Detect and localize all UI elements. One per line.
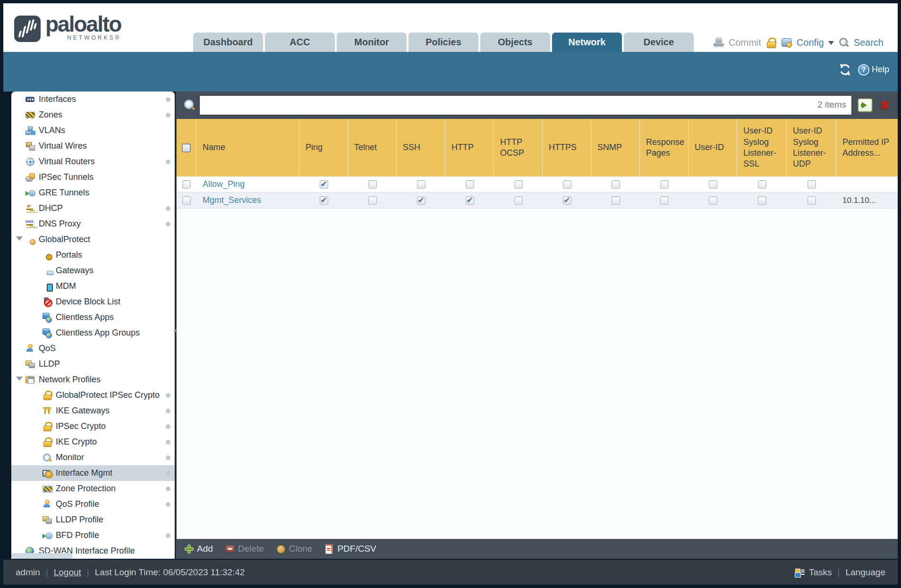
expander-icon[interactable] bbox=[16, 377, 23, 381]
user-id-checkbox[interactable] bbox=[709, 196, 717, 205]
sidebar-item-ike-gateways[interactable]: IKE Gateways bbox=[11, 403, 175, 419]
sidebar-item-qos-profile[interactable]: QoS Profile bbox=[11, 496, 175, 512]
sidebar-scrollbar[interactable] bbox=[11, 553, 73, 559]
language-button[interactable]: Language bbox=[845, 567, 885, 578]
sidebar-collapse-handle[interactable]: ◂ bbox=[172, 325, 178, 335]
sidebar-item-gre-tunnels[interactable]: GRE Tunnels bbox=[11, 185, 175, 201]
select-all-checkbox[interactable] bbox=[182, 143, 191, 152]
user-id-syslog-listener-udp-checkbox[interactable] bbox=[808, 196, 816, 205]
tab-network[interactable]: Network bbox=[552, 33, 622, 52]
response-pages-checkbox[interactable] bbox=[660, 196, 669, 205]
sidebar-item-vlans[interactable]: VLANs bbox=[11, 123, 175, 138]
refresh-icon[interactable] bbox=[839, 63, 851, 76]
sidebar-item-virtual-wires[interactable]: Virtual Wires bbox=[11, 138, 175, 154]
sidebar-item-clientless-apps[interactable]: Clientless Apps bbox=[11, 310, 175, 325]
sidebar-item-dns-proxy[interactable]: DNS Proxy bbox=[11, 216, 175, 232]
profile-name-link[interactable]: Mgmt_Services bbox=[203, 195, 261, 205]
sidebar-item-ipsec-tunnels[interactable]: IPSec Tunnels bbox=[11, 169, 175, 185]
sidebar-item-interfaces[interactable]: Interfaces bbox=[11, 92, 175, 107]
commit-icon bbox=[713, 37, 724, 48]
tasks-button[interactable]: Tasks bbox=[809, 567, 832, 578]
sidebar-item-clientless-app-groups[interactable]: Clientless App Groups bbox=[11, 325, 175, 341]
sidebar-item-ike-crypto[interactable]: IKE Crypto bbox=[11, 434, 175, 450]
sidebar-item-label: GRE Tunnels bbox=[39, 188, 89, 198]
logged-in-user: admin bbox=[16, 567, 40, 578]
sidebar-item-zones[interactable]: Zones bbox=[11, 107, 175, 123]
ifmgmt-icon bbox=[42, 469, 52, 478]
add-button[interactable]: Add bbox=[184, 544, 213, 554]
tab-objects[interactable]: Objects bbox=[480, 33, 550, 52]
commit-button[interactable]: Commit bbox=[729, 37, 761, 48]
pdf-csv-button[interactable]: PDF/CSV bbox=[324, 544, 376, 554]
http-checkbox[interactable] bbox=[466, 196, 474, 205]
sidebar-item-label: QoS bbox=[39, 344, 56, 353]
ping-checkbox[interactable] bbox=[320, 180, 328, 189]
tab-acc[interactable]: ACC bbox=[265, 33, 335, 52]
status-dot bbox=[166, 206, 170, 211]
https-checkbox[interactable] bbox=[563, 196, 571, 205]
sidebar-item-label: Zone Protection bbox=[56, 484, 116, 494]
tab-monitor[interactable]: Monitor bbox=[337, 33, 407, 52]
sidebar-item-qos[interactable]: QoS bbox=[11, 341, 175, 356]
chevron-down-icon[interactable] bbox=[828, 40, 834, 45]
sidebar-item-label: IPSec Crypto bbox=[56, 421, 106, 431]
logout-link[interactable]: Logout bbox=[54, 567, 81, 578]
ping-checkbox[interactable] bbox=[320, 196, 328, 205]
snmp-checkbox[interactable] bbox=[612, 180, 620, 189]
sidebar-item-dhcp[interactable]: DHCP bbox=[11, 201, 175, 216]
tab-device[interactable]: Device bbox=[624, 33, 694, 52]
telnet-checkbox[interactable] bbox=[368, 196, 377, 205]
sidebar-item-interface-mgmt[interactable]: Interface Mgmt bbox=[11, 465, 175, 481]
expander-icon[interactable] bbox=[16, 236, 23, 241]
user-id-syslog-listener-ssl-checkbox[interactable] bbox=[758, 196, 766, 205]
sidebar-item-gateways[interactable]: Gateways bbox=[11, 263, 175, 278]
clone-button: Clone bbox=[276, 544, 313, 554]
sidebar-item-globalprotect[interactable]: GlobalProtect bbox=[11, 232, 175, 247]
search-button[interactable]: Search bbox=[854, 37, 884, 48]
lldp-icon bbox=[26, 360, 35, 369]
user-id-syslog-listener-ssl-checkbox[interactable] bbox=[758, 180, 766, 189]
sidebar-item-globalprotect-ipsec-crypto[interactable]: GlobalProtect IPSec Crypto bbox=[11, 387, 175, 403]
http-ocsp-checkbox[interactable] bbox=[514, 180, 523, 189]
snmp-checkbox[interactable] bbox=[612, 196, 620, 205]
sidebar-item-ipsec-crypto[interactable]: IPSec Crypto bbox=[11, 419, 175, 434]
sidebar-item-bfd-profile[interactable]: BFD Profile bbox=[11, 528, 175, 543]
ssh-checkbox[interactable] bbox=[417, 196, 425, 205]
sidebar-item-mdm[interactable]: MDM bbox=[11, 278, 175, 294]
sidebar-item-network-profiles[interactable]: Network Profiles bbox=[11, 372, 175, 387]
sidebar-item-lldp-profile[interactable]: LLDP Profile bbox=[11, 512, 175, 528]
sidebar-item-lldp[interactable]: LLDP bbox=[11, 356, 175, 372]
help-button[interactable]: ? Help bbox=[858, 64, 889, 76]
portal-icon bbox=[42, 251, 52, 260]
response-pages-checkbox[interactable] bbox=[660, 180, 669, 189]
http-checkbox[interactable] bbox=[466, 180, 474, 189]
profile-name-link[interactable]: Allow_Ping bbox=[203, 179, 245, 189]
sidebar-item-zone-protection[interactable]: Zone Protection bbox=[11, 481, 175, 496]
clear-filter-button[interactable]: ✖ bbox=[878, 99, 891, 112]
ssh-checkbox[interactable] bbox=[417, 180, 425, 189]
https-checkbox[interactable] bbox=[563, 180, 571, 189]
status-dot bbox=[166, 160, 170, 164]
sidebar-item-monitor[interactable]: Monitor bbox=[11, 450, 175, 465]
zones-icon bbox=[26, 110, 35, 119]
user-id-checkbox[interactable] bbox=[709, 180, 717, 189]
tab-dashboard[interactable]: Dashboard bbox=[193, 33, 263, 52]
row-select-checkbox[interactable] bbox=[182, 180, 191, 189]
filter-input[interactable] bbox=[199, 95, 852, 115]
telnet-checkbox[interactable] bbox=[368, 180, 377, 189]
content-panel: 2 items ✖ NamePingTelnetSSHHTTPHTTP OCSP… bbox=[176, 92, 898, 559]
sidebar-item-virtual-routers[interactable]: Virtual Routers bbox=[11, 154, 175, 169]
brand-name: paloalto bbox=[45, 13, 121, 35]
user-id-syslog-listener-udp-checkbox[interactable] bbox=[808, 180, 816, 189]
filter-bar: 2 items ✖ bbox=[177, 92, 898, 119]
sidebar-item-label: Zones bbox=[39, 110, 62, 120]
tab-policies[interactable]: Policies bbox=[408, 33, 478, 52]
http-ocsp-checkbox[interactable] bbox=[514, 196, 523, 205]
row-select-checkbox[interactable] bbox=[182, 196, 191, 205]
search-icon bbox=[838, 37, 850, 48]
config-button[interactable]: Config bbox=[797, 37, 824, 48]
apply-filter-button[interactable] bbox=[858, 98, 872, 112]
sidebar-item-device-block-list[interactable]: Device Block List bbox=[11, 294, 175, 310]
lock-icon[interactable] bbox=[765, 37, 777, 48]
sidebar-item-portals[interactable]: Portals bbox=[11, 247, 175, 263]
